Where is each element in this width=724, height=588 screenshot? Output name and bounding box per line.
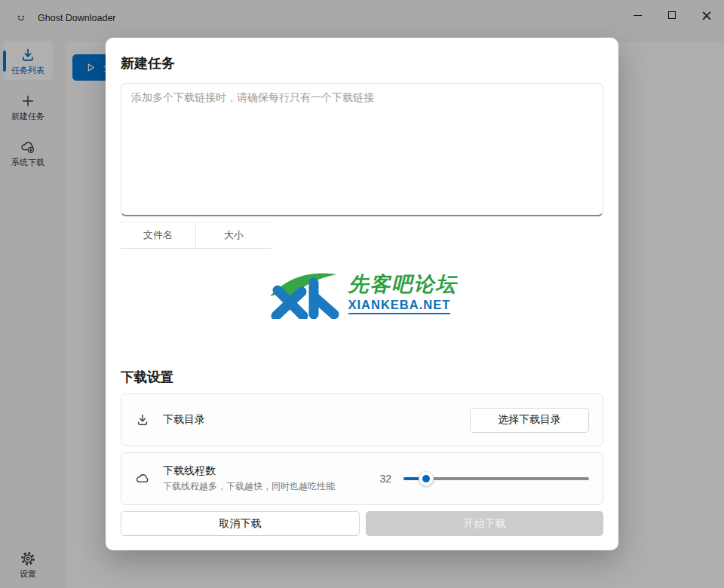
thread-count-label: 下载线程数 [163, 464, 335, 478]
thread-count-slider[interactable] [403, 471, 589, 486]
thread-count-card: 下载线程数 下载线程越多，下载越快，同时也越吃性能 32 [121, 452, 603, 505]
watermark-text: 先客吧论坛 XIANKEBA.NET [348, 274, 458, 314]
column-header-size: 大小 [196, 222, 272, 248]
download-directory-card: 下载目录 选择下载目录 [121, 394, 603, 446]
download-directory-label: 下载目录 [163, 413, 205, 427]
column-header-filename: 文件名 [121, 222, 196, 248]
download-icon [135, 412, 150, 427]
xk-logo-icon [267, 269, 339, 319]
forum-site-url: XIANKEBA.NET [348, 298, 451, 314]
app-window: Ghost Downloader × 任务列表 新建任务 [0, 0, 724, 588]
dialog-buttons: 取消下载 开始下载 [121, 511, 603, 536]
forum-watermark: 先客吧论坛 XIANKEBA.NET [121, 268, 603, 320]
forum-name: 先客吧论坛 [348, 274, 458, 296]
dialog-title: 新建任务 [121, 54, 603, 72]
choose-directory-button[interactable]: 选择下载目录 [470, 408, 589, 433]
download-settings-heading: 下载设置 [121, 368, 603, 386]
download-links-input[interactable] [121, 83, 603, 216]
slider-thumb[interactable] [419, 471, 434, 486]
cancel-download-button[interactable]: 取消下载 [121, 511, 360, 536]
file-table-header: 文件名 大小 [121, 222, 272, 249]
cloud-icon [135, 471, 150, 486]
start-download-button[interactable]: 开始下载 [366, 511, 603, 536]
new-task-dialog: 新建任务 文件名 大小 先客吧论坛 XIANKEBA.NET 下载设置 [106, 38, 618, 550]
thread-count-value: 32 [379, 473, 391, 485]
thread-count-description: 下载线程越多，下载越快，同时也越吃性能 [163, 480, 335, 493]
